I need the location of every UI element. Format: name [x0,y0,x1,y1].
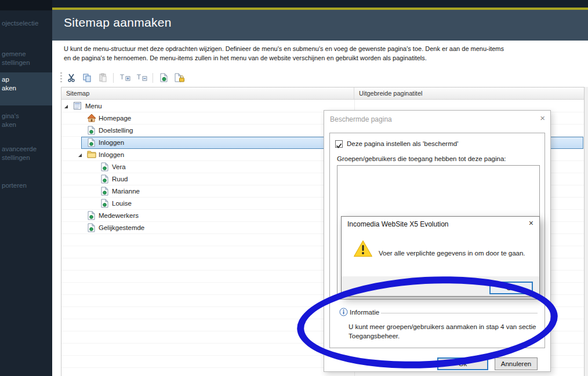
description-line: en de pagina's te hernoemen. De menu-ite… [64,53,504,63]
column-header-sitemap[interactable]: Sitemap [61,87,354,99]
close-icon[interactable]: × [540,113,545,123]
page-icon [101,187,108,196]
info-section-rule [381,313,538,313]
page-icon [88,211,95,220]
protected-page-icon[interactable] [173,71,186,84]
sidebar-item-label: porteren [2,181,27,190]
tree-item-label: Ruud [112,176,128,182]
sidebar-item-projectselectie[interactable]: ojectselectie [2,19,38,28]
sidebar-item-exporteren[interactable]: porteren [2,181,27,190]
sidebar-item-label: gemene [2,50,30,59]
page-icon [101,162,108,171]
menu-icon [73,101,82,110]
sidebar-item-geavanceerde-instellingen[interactable]: avanceerde stellingen [2,145,37,162]
panel-right-margin [585,87,588,376]
sidebar: ojectselectie gemene stellingen ap aken … [0,0,52,376]
tree-item-label: Medewerkers [99,212,139,219]
tree-item-label: Louise [112,200,132,207]
sidebar-top-strip [0,0,52,10]
toolbar-separator [113,73,114,83]
sidebar-item-label: avanceerde [2,145,37,154]
tree-item-label: Menu [85,103,102,109]
folder-icon [87,150,96,158]
page-icon [101,174,108,184]
page-icon [88,126,95,135]
page-properties-icon[interactable] [157,71,170,84]
column-header-uitgebreide-paginatitel[interactable]: Uitgebreide paginatitel [354,87,584,99]
protected-checkbox-label: Deze pagina instellen als 'beschermd' [347,140,458,147]
tree-item-label: Doelstelling [99,127,133,134]
copy-icon[interactable] [81,71,93,84]
page-icon [88,138,95,147]
tree-item-label: Gelijkgestemde [99,224,144,231]
sitemap-toolbar [60,70,186,85]
warning-message-text: Voer alle verplichte gegevens in om door… [379,250,525,257]
warning-icon [353,240,373,257]
allowed-users-label: Groepen/gebruikers die toegang hebben to… [337,155,506,162]
message-box-title: Incomedia WebSite X5 Evolution [347,220,449,228]
page-icon [88,223,95,232]
info-section-title: Informatie [350,309,379,316]
dialog-title: Beschermde pagina [330,115,392,123]
tree-item-label: Inloggen [99,139,124,146]
page-icon [101,199,108,208]
close-icon[interactable]: × [529,218,533,228]
tree-item-label: Vera [112,163,126,170]
toolbar-grip[interactable] [60,72,62,83]
info-icon [339,308,348,316]
tree-header: Sitemap Uitgebreide paginatitel [61,87,584,100]
description-line: U kunt de menu-structuur met deze opdrac… [64,44,504,53]
ok-button[interactable]: Ok [437,357,488,370]
move-out-of-menu-icon[interactable] [135,71,148,84]
cancel-button[interactable]: Annuleren [495,357,538,370]
tree-item-label: Homepage [99,115,131,122]
home-icon [87,114,96,122]
tree-item-label: Marianne [112,188,140,195]
checkmark-icon [336,143,342,149]
sidebar-item-sitemap-aanmaken[interactable]: ap aken [2,75,16,93]
expander-icon[interactable] [64,105,68,108]
expander-icon[interactable] [78,154,82,157]
sidebar-item-label: stellingen [2,59,30,67]
protected-checkbox[interactable] [335,140,343,148]
sidebar-item-label: aken [2,84,16,93]
sidebar-item-label: stellingen [2,154,37,162]
cut-icon[interactable] [65,71,78,84]
top-strip [52,0,588,8]
move-into-menu-icon[interactable] [118,71,132,84]
sidebar-item-paginas-aanmaken[interactable]: gina's aken [2,112,19,129]
paste-icon[interactable] [96,71,109,84]
sidebar-item-label: ojectselectie [2,19,38,28]
tree-item-label: Inloggen [99,151,124,158]
warning-message-box: Incomedia WebSite X5 Evolution × Voer al… [341,216,540,297]
message-box-ok-button[interactable]: OK [489,282,533,294]
sidebar-item-algemene-instellingen[interactable]: gemene stellingen [2,50,30,67]
info-section-text: U kunt meer groepen/gebruikers aanmaken … [349,322,545,341]
toolbar-separator [153,73,153,83]
page-description: U kunt de menu-structuur met deze opdrac… [64,44,504,63]
header-band: Sitemap aanmaken [52,10,588,41]
page-title: Sitemap aanmaken [64,16,172,30]
sidebar-item-label: aken [2,121,19,129]
sidebar-item-label: gina's [2,112,19,121]
sidebar-item-label: ap [2,75,16,84]
